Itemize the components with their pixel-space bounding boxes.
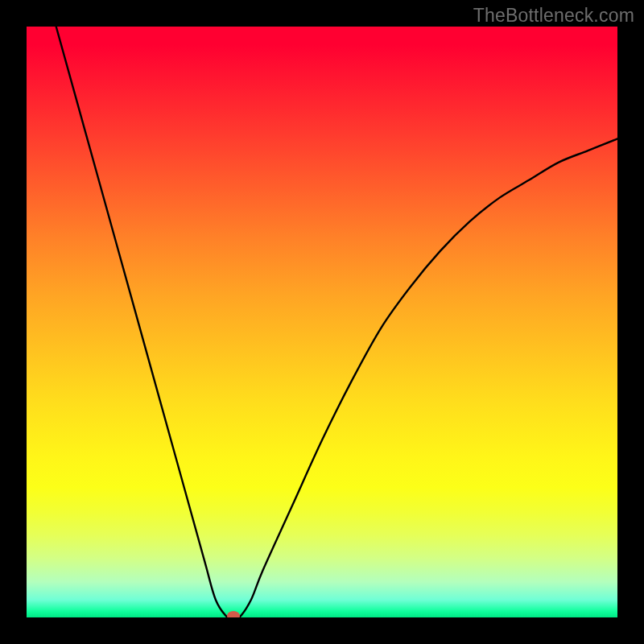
- bottleneck-curve: [27, 27, 617, 617]
- plot-area: [27, 27, 617, 617]
- watermark-text: TheBottleneck.com: [473, 5, 634, 27]
- optimal-point-marker: [227, 611, 240, 617]
- chart-frame: TheBottleneck.com: [0, 0, 644, 644]
